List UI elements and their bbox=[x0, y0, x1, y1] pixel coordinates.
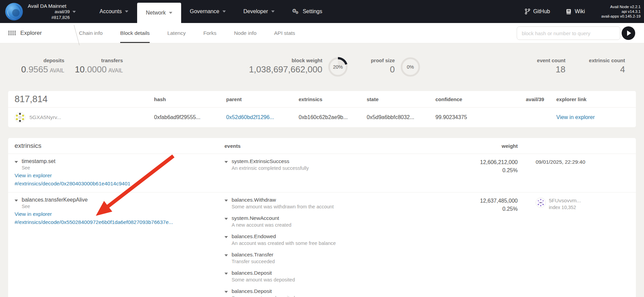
chevron-down-icon bbox=[125, 10, 128, 13]
tab-node-info[interactable]: Node info bbox=[234, 23, 256, 43]
extrinsic-decode-link[interactable]: #/extrinsics/decode/0x55028400972e6b0f1d… bbox=[15, 219, 224, 225]
col-header-confidence: confidence bbox=[435, 96, 526, 102]
weight-header: weight bbox=[441, 143, 518, 149]
menu-settings[interactable]: ⚙⚙Settings bbox=[283, 0, 331, 23]
tab-latency[interactable]: Latency bbox=[167, 23, 186, 43]
confidence-value: 99.90234375 bbox=[435, 114, 526, 120]
tab-chain-info[interactable]: Chain info bbox=[79, 23, 103, 43]
block-summary-stats: deposits 0.9565AVAIL transfers 10.0000AV… bbox=[0, 43, 644, 91]
stat-proof-size: proof size 0 bbox=[339, 58, 395, 75]
extrinsics-root: 0xb160c62b2ae9b... bbox=[299, 114, 367, 120]
expand-caret-icon[interactable] bbox=[224, 273, 228, 275]
timestamp-cell: 09/01/2025, 22:29:40 bbox=[518, 158, 636, 165]
network-brand[interactable]: Avail DA Mainnet avail/39 #817,826 bbox=[28, 0, 78, 23]
see-label: See bbox=[22, 165, 224, 170]
stat-event-count: event count 18 bbox=[508, 58, 565, 75]
external-links: GitHub Wiki bbox=[525, 0, 601, 23]
github-link[interactable]: GitHub bbox=[525, 8, 550, 15]
col-header-availspec: avail/39 bbox=[526, 96, 556, 102]
event-item: system.ExtrinsicSuccessAn extrinsic comp… bbox=[224, 158, 441, 171]
block-hash: 0xfab6ad9f29555... bbox=[154, 114, 226, 120]
section-title: Explorer bbox=[20, 30, 42, 37]
expand-caret-icon[interactable] bbox=[224, 200, 228, 202]
expand-caret-icon[interactable] bbox=[224, 254, 228, 256]
event-item: balances.DepositSome amount was deposite… bbox=[224, 270, 441, 282]
extrinsic-method: timestamp.set bbox=[22, 158, 56, 164]
gears-icon: ⚙⚙ bbox=[292, 8, 300, 14]
proof-size-gauge: 0% bbox=[400, 56, 421, 78]
signer-address: 5FUvsovvm... bbox=[549, 198, 581, 203]
block-author: 5GXA5Nyrv... bbox=[15, 112, 154, 123]
search-submit-button[interactable] bbox=[622, 26, 635, 40]
best-block-number: #817,826 bbox=[28, 15, 78, 20]
version-info: Avail Node v2.2.1 api v14.3.1 avail-apps… bbox=[601, 0, 644, 23]
menu-governance[interactable]: Governance bbox=[181, 0, 235, 23]
chain-spec[interactable]: avail/39 bbox=[28, 9, 78, 15]
chevron-down-icon bbox=[271, 10, 275, 13]
menu-developer[interactable]: Developer bbox=[235, 0, 283, 23]
event-item: balances.EndowedAn account was created w… bbox=[224, 233, 441, 246]
event-item: balances.WithdrawSome amount was withdra… bbox=[224, 197, 441, 209]
chevron-down-icon bbox=[222, 10, 226, 13]
extrinsic-decode-link[interactable]: #/extrinsics/decode/0x280403000b61e4014c… bbox=[15, 181, 224, 187]
block-table-row: 5GXA5Nyrv... 0xfab6ad9f29555... 0x52d60b… bbox=[8, 108, 636, 127]
book-icon bbox=[566, 9, 572, 15]
extrinsic-row-timestamp-set: timestamp.set See View in explorer #/ext… bbox=[8, 154, 636, 192]
event-item: system.NewAccountA new account was creat… bbox=[224, 215, 441, 228]
extrinsics-card: extrinsics events weight timestamp.set S… bbox=[8, 138, 636, 297]
signer-identicon bbox=[536, 198, 546, 208]
expand-caret-icon[interactable] bbox=[15, 200, 18, 202]
extrinsic-explorer-link[interactable]: View in explorer bbox=[15, 173, 224, 179]
signer-cell: 5FUvsovvm...index 10,352 bbox=[518, 197, 636, 210]
extrinsic-method: balances.transferKeepAlive bbox=[22, 197, 88, 203]
menu-network[interactable]: Network bbox=[137, 3, 181, 23]
block-table-card: 817,814 hash parent extrinsics state con… bbox=[8, 91, 636, 127]
col-header-extrinsics: extrinsics bbox=[299, 96, 367, 102]
network-name: Avail DA Mainnet bbox=[28, 3, 78, 9]
tab-api-stats[interactable]: API stats bbox=[274, 23, 295, 43]
block-number: 817,814 bbox=[15, 94, 154, 105]
expand-caret-icon[interactable] bbox=[15, 161, 18, 163]
col-header-parent: parent bbox=[226, 96, 299, 102]
expand-caret-icon[interactable] bbox=[224, 291, 228, 293]
chevron-down-icon bbox=[72, 11, 76, 13]
stat-block-weight: block weight 1,038,697,662,000 bbox=[203, 58, 322, 75]
apps-version: avail-apps v0.145.2-19 bbox=[601, 14, 641, 19]
weight-cell: 12,637,485,000 0.25% bbox=[441, 197, 518, 212]
col-header-hash: hash bbox=[154, 96, 226, 102]
top-navigation-bar: Avail DA Mainnet avail/39 #817,826 Accou… bbox=[0, 0, 644, 23]
col-header-explorer-link: explorer link bbox=[556, 96, 636, 102]
avail-logo[interactable] bbox=[0, 0, 28, 23]
see-label: See bbox=[22, 204, 224, 209]
expand-caret-icon[interactable] bbox=[224, 218, 228, 220]
parent-hash-link[interactable]: 0x52d60bd2f1296... bbox=[226, 114, 299, 120]
stat-transfers: transfers 10.0000AVAIL bbox=[68, 58, 123, 75]
expand-caret-icon[interactable] bbox=[224, 161, 228, 163]
extrinsics-header: extrinsics events weight bbox=[8, 138, 636, 154]
extrinsic-row-transfer-keep-alive: balances.transferKeepAlive See View in e… bbox=[8, 192, 636, 297]
signer-index: index 10,352 bbox=[549, 205, 581, 210]
grid-icon bbox=[8, 31, 16, 35]
main-menu: Accounts Network Governance Developer ⚙⚙… bbox=[91, 0, 331, 23]
weight-cell: 12,606,212,000 0.25% bbox=[441, 158, 518, 174]
wiki-link[interactable]: Wiki bbox=[566, 8, 585, 15]
expand-caret-icon[interactable] bbox=[224, 236, 228, 238]
stat-extrinsic-count: extrinsic count 4 bbox=[572, 58, 625, 75]
play-icon bbox=[627, 30, 631, 36]
state-root: 0x5d9a6bbfc8032... bbox=[367, 114, 435, 120]
event-item: balances.TransferTransfer succeeded bbox=[224, 252, 441, 264]
tab-block-details[interactable]: Block details bbox=[120, 23, 150, 43]
col-header-state: state bbox=[367, 96, 435, 102]
tab-list: Chain info Block details Latency Forks N… bbox=[79, 23, 313, 43]
api-version: api v14.3.1 bbox=[601, 9, 641, 14]
block-search-input[interactable] bbox=[517, 26, 620, 40]
tab-forks[interactable]: Forks bbox=[203, 23, 216, 43]
event-item: balances.DepositSome amount was deposite… bbox=[224, 288, 441, 297]
github-fork-icon bbox=[525, 8, 530, 15]
explorer-section: Explorer bbox=[0, 23, 42, 43]
author-identicon bbox=[15, 112, 25, 123]
block-table-header: 817,814 hash parent extrinsics state con… bbox=[8, 91, 636, 108]
menu-accounts[interactable]: Accounts bbox=[91, 0, 137, 23]
extrinsic-explorer-link[interactable]: View in explorer bbox=[15, 211, 224, 217]
view-in-explorer-link[interactable]: View in explorer bbox=[556, 114, 636, 120]
